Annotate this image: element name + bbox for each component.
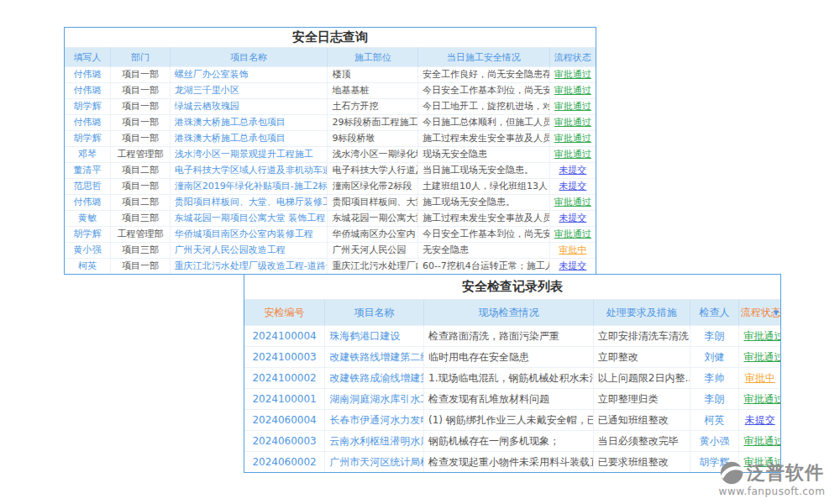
table-row: 付伟璐项目一部螺丝厂办公室装饰楼顶安全工作良好，尚无安全隐患存在审批通过	[65, 67, 596, 83]
log-table-dept-cell: 工程管理部	[111, 147, 171, 163]
check-table-inspection-cell: 检查发现起重小物件未采用料斗装载直接起...	[424, 452, 594, 473]
log-table-writer-cell[interactable]: 柯英	[65, 259, 111, 275]
check-table-number-cell[interactable]: 2024060003	[244, 431, 325, 452]
log-table-writer-cell[interactable]: 胡学辉	[65, 227, 111, 243]
log-table-project-cell[interactable]: 广州天河人民公园改造工程	[170, 243, 328, 259]
log-table-status-cell[interactable]: 审批中	[549, 243, 596, 259]
check-table-number-cell[interactable]: 2024060004	[244, 410, 325, 431]
log-table-project-cell[interactable]: 浅水湾小区一期景观提升工程施工	[170, 147, 328, 163]
log-table-writer-cell[interactable]: 黄小强	[65, 243, 111, 259]
log-table-location-cell: 土石方开挖	[328, 99, 418, 115]
table-row: 2024100004珠海鹤港口建设检查路面清洗，路面污染严重立即安排清洗车清洗李…	[244, 326, 780, 347]
log-table-location-cell: 9标段桥墩	[328, 131, 418, 147]
table-row: 黄敏项目三部东城花园一期项目公寓大堂 装饰工程东城花园一期公寓大堂施工过程未发生…	[65, 211, 596, 227]
log-table-status-cell[interactable]: 审批通过	[549, 115, 596, 131]
log-table-project-cell[interactable]: 港珠澳大桥施工总承包项目	[170, 115, 328, 131]
log-table-writer-cell[interactable]: 胡学辉	[65, 99, 111, 115]
log-table-status-cell[interactable]: 未提交	[549, 179, 596, 195]
log-table-situation-cell: 无安全隐患	[417, 243, 549, 259]
check-table-inspector-cell[interactable]: 刘健	[690, 347, 739, 368]
check-table-number-cell[interactable]: 2024100004	[244, 326, 325, 347]
log-table-status-cell[interactable]: 审批通过	[549, 131, 596, 147]
check-table-status-cell[interactable]: 审批通过	[739, 431, 780, 452]
log-table-status-cell[interactable]: 审批通过	[549, 99, 596, 115]
log-table-writer-cell[interactable]: 范思哲	[65, 179, 111, 195]
check-table-project-cell[interactable]: 云南水利枢纽潜明水库一期...	[325, 431, 424, 452]
check-table-project-cell[interactable]: 珠海鹤港口建设	[325, 326, 424, 347]
check-table-inspector-cell[interactable]: 李朗	[690, 389, 739, 410]
table-row: 2024100002改建铁路成渝线增建第二直...1.现场临电混乱，钢筋机械处积…	[244, 368, 780, 389]
table-row: 范思哲项目一部潼南区2019年绿化补贴项目-施工2标段潼南区绿化带2标段土建班组…	[65, 179, 596, 195]
log-table-writer-cell[interactable]: 董清平	[65, 163, 111, 179]
check-table-measures-cell: 立即整理归类	[593, 389, 690, 410]
check-table-project-cell[interactable]: 广州市天河区统计局机房改...	[325, 452, 424, 473]
check-table-status-cell[interactable]: 审批中	[739, 368, 780, 389]
check-table-number-cell[interactable]: 2024100002	[244, 368, 325, 389]
log-table-project-cell[interactable]: 华侨城项目南区办公室内装修工程	[170, 227, 328, 243]
log-table-dept-cell: 项目二部	[111, 195, 171, 211]
check-table-number-cell[interactable]: 2024060002	[244, 452, 325, 473]
filter-dropdown-icon[interactable]: ▼	[774, 309, 779, 317]
log-table-writer-cell[interactable]: 黄敏	[65, 211, 111, 227]
log-table-status-cell[interactable]: 审批通过	[549, 227, 596, 243]
log-table-situation-cell: 今日安全工作基本到位，尚无安全隐患...	[417, 83, 549, 99]
log-table-location-cell: 电子科技大学人行道及非...	[328, 163, 418, 179]
log-table-status-cell[interactable]: 审批通过	[549, 67, 596, 83]
check-table-project-cell[interactable]: 湖南洞庭湖水库引水工程施...	[325, 389, 424, 410]
check-table-inspection-cell: 钢筋机械存在一闸多机现象；	[424, 431, 594, 452]
log-table-writer-cell[interactable]: 付伟璐	[65, 83, 111, 99]
fanpu-logo-icon	[720, 461, 743, 485]
log-table-status-cell[interactable]: 审批通过	[549, 83, 596, 99]
check-table-col-header-5: 流程状态▼	[739, 300, 780, 326]
log-table-status-cell[interactable]: 未提交	[549, 211, 596, 227]
log-table-writer-cell[interactable]: 付伟璐	[65, 115, 111, 131]
log-table-project-cell[interactable]: 绿城云栖玫瑰园	[170, 99, 328, 115]
log-table-col-header-0: 填写人	[65, 48, 111, 67]
log-table-project-cell[interactable]: 潼南区2019年绿化补贴项目-施工2标段	[170, 179, 328, 195]
log-table-location-cell: 贵阳项目样板间、大堂、...	[328, 195, 418, 211]
log-table-situation-cell: 今日安全工作基本到位，尚无安全隐患...	[417, 227, 549, 243]
log-table-col-header-4: 当日施工安全情况	[417, 48, 549, 67]
log-table-situation-cell: 60--7挖机4台运转正常；施工人员无违章...	[417, 259, 549, 275]
check-table-number-cell[interactable]: 2024100003	[244, 347, 325, 368]
log-table-project-cell[interactable]: 龙湖三千里小区	[170, 83, 328, 99]
log-table-col-header-2: 项目名称	[170, 48, 328, 67]
check-table-status-cell[interactable]: 审批通过	[739, 389, 780, 410]
log-table-status-cell[interactable]: 审批通过	[549, 147, 596, 163]
log-table-writer-cell[interactable]: 邓琴	[65, 147, 111, 163]
log-table-location-cell: 地基基桩	[328, 83, 418, 99]
check-table-inspector-cell[interactable]: 李朗	[690, 326, 739, 347]
check-table-status-cell[interactable]: 审批通过	[739, 326, 780, 347]
check-table-project-cell[interactable]: 改建铁路线增建第二线直通...	[325, 347, 424, 368]
safety-check-header-row: 安检编号项目名称现场检查情况处理要求及措施检查人流程状态▼	[244, 300, 780, 326]
log-table-dept-cell: 项目三部	[111, 243, 171, 259]
log-table-status-cell[interactable]: 未提交	[549, 163, 596, 179]
fanpu-logo-text: 泛普软件	[747, 460, 824, 486]
log-table-writer-cell[interactable]: 胡学辉	[65, 131, 111, 147]
check-table-project-cell[interactable]: 长春市伊通河水力发电厂改...	[325, 410, 424, 431]
check-table-measures-cell: 以上问题限2日内整...	[593, 368, 690, 389]
log-table-dept-cell: 项目一部	[111, 179, 171, 195]
log-table-project-cell[interactable]: 螺丝厂办公室装饰	[170, 67, 328, 83]
log-table-situation-cell: 安全工作良好，尚无安全隐患存在	[417, 67, 549, 83]
log-table-project-cell[interactable]: 电子科技大学区域人行道及非机动车道工程	[170, 163, 328, 179]
log-table-writer-cell[interactable]: 付伟璐	[65, 195, 111, 211]
table-row: 胡学辉项目一部绿城云栖玫瑰园土石方开挖今日工地开工，旋挖机进场，对旋挖机...审…	[65, 99, 596, 115]
log-table-project-cell[interactable]: 东城花园一期项目公寓大堂 装饰工程	[170, 211, 328, 227]
log-table-status-cell[interactable]: 未提交	[549, 259, 596, 275]
check-table-inspector-cell[interactable]: 李帅	[690, 368, 739, 389]
log-table-status-cell[interactable]: 审批通过	[549, 195, 596, 211]
check-table-inspector-cell[interactable]: 黄小强	[690, 431, 739, 452]
log-table-dept-cell: 项目三部	[111, 211, 171, 227]
check-table-number-cell[interactable]: 2024100001	[244, 389, 325, 410]
log-table-writer-cell[interactable]: 付伟璐	[65, 67, 111, 83]
check-table-status-cell[interactable]: 未提交	[739, 410, 780, 431]
check-table-col-header-2: 现场检查情况	[424, 300, 594, 326]
log-table-project-cell[interactable]: 重庆江北污水处理厂级改造工程-道路修复	[170, 259, 328, 275]
check-table-project-cell[interactable]: 改建铁路成渝线增建第二直...	[325, 368, 424, 389]
log-table-project-cell[interactable]: 港珠澳大桥施工总承包项目	[170, 131, 328, 147]
log-table-project-cell[interactable]: 贵阳项目样板间、大堂、电梯厅装修工程	[170, 195, 328, 211]
check-table-status-cell[interactable]: 审批通过	[739, 347, 780, 368]
check-table-inspector-cell[interactable]: 柯英	[690, 410, 739, 431]
log-table-location-cell: 潼南区绿化带2标段	[328, 179, 418, 195]
